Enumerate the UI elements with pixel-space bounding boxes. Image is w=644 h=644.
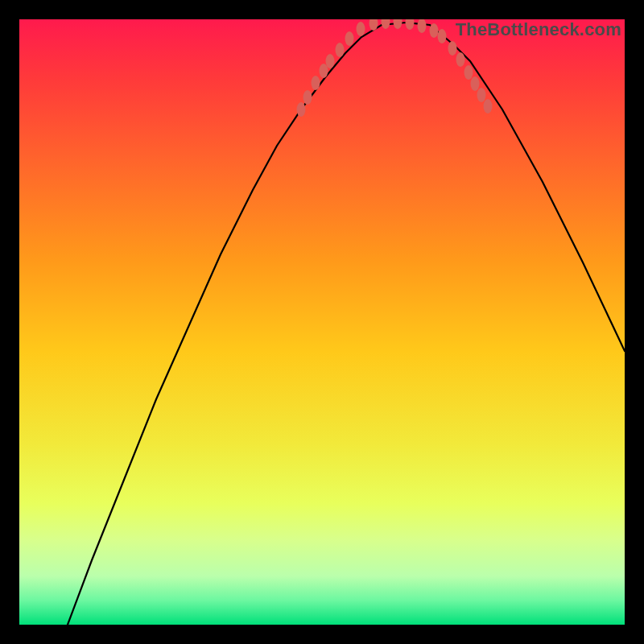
curve-marker xyxy=(418,19,427,33)
curve-marker xyxy=(357,22,365,36)
bottleneck-curve-line xyxy=(68,23,625,625)
curve-marker xyxy=(477,88,486,102)
curve-marker xyxy=(456,52,465,67)
curve-marker xyxy=(297,102,306,117)
curve-marker xyxy=(471,76,480,91)
curve-marker xyxy=(336,43,345,57)
curve-marker xyxy=(448,41,457,56)
curve-marker xyxy=(438,29,447,43)
bottleneck-chart xyxy=(19,19,625,625)
curve-marker xyxy=(312,76,320,90)
curve-marker xyxy=(430,23,439,38)
curve-marker xyxy=(484,99,493,114)
curve-marker xyxy=(394,19,402,29)
curve-markers xyxy=(297,19,493,117)
curve-marker xyxy=(303,90,312,105)
curve-marker xyxy=(326,54,335,68)
curve-marker xyxy=(464,65,473,80)
curve-marker xyxy=(382,19,390,29)
chart-frame: TheBottleneck.com xyxy=(19,19,625,625)
curve-marker xyxy=(406,19,415,30)
curve-marker xyxy=(345,31,354,46)
